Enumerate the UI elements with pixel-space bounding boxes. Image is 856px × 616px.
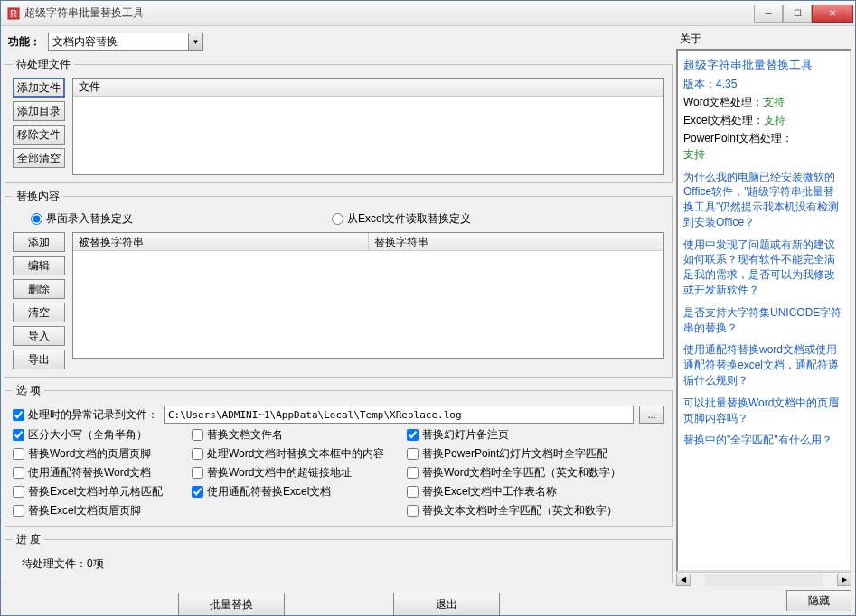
app-window: R 超级字符串批量替换工具 ─ ☐ ✕ 功能： 文档内容替换 ▼ 待处理文件 添…: [0, 0, 856, 616]
faq-link[interactable]: 使用通配符替换word文档或使用通配符替换excel文档，通配符遵循什么规则？: [683, 342, 844, 387]
faq-link[interactable]: 为什么我的电脑已经安装微软的Office软件，"超级字符串批量替换工具"仍然提示…: [683, 170, 844, 230]
clear-all-button[interactable]: 全部清空: [13, 148, 65, 168]
chk-ppt-notes[interactable]: 替换幻灯片备注页: [407, 427, 660, 443]
edit-rule-button[interactable]: 编辑: [13, 256, 65, 275]
files-listbox[interactable]: 文件: [72, 78, 664, 175]
function-label: 功能：: [8, 34, 41, 50]
app-icon: R: [6, 6, 21, 21]
add-dir-button[interactable]: 添加目录: [13, 101, 65, 121]
add-rule-button[interactable]: 添加: [13, 232, 65, 252]
import-rules-button[interactable]: 导入: [13, 326, 65, 346]
faq-link[interactable]: 替换中的"全字匹配"有什么用？: [683, 433, 844, 448]
progress-group: 进 度 待处理文件：0项: [5, 532, 673, 583]
chk-rename[interactable]: 替换文档文件名: [192, 427, 400, 443]
chk-excel-cell[interactable]: 替换Excel文档时单元格匹配: [13, 484, 184, 499]
log-path-input[interactable]: [164, 406, 634, 424]
chk-word-whole[interactable]: 替换Word文档时全字匹配（英文和数字）: [407, 465, 660, 481]
delete-rule-button[interactable]: 删除: [13, 279, 65, 299]
chk-excel-sheet[interactable]: 替换Excel文档中工作表名称: [407, 484, 660, 499]
replace-legend: 替换内容: [13, 189, 63, 204]
faq-link[interactable]: 可以批量替换Word文档中的页眉页脚内容吗？: [683, 396, 844, 426]
about-title: 超级字符串批量替换工具: [683, 56, 844, 74]
file-column-header[interactable]: 文件: [73, 79, 663, 96]
minimize-button[interactable]: ─: [754, 5, 783, 23]
scroll-right-icon[interactable]: ▶: [837, 574, 851, 586]
function-combobox[interactable]: 文档内容替换 ▼: [48, 33, 203, 51]
remove-file-button[interactable]: 移除文件: [13, 125, 65, 145]
chk-excel-hf[interactable]: 替换Excel文档页眉页脚: [13, 503, 184, 518]
export-rules-button[interactable]: 导出: [13, 350, 65, 369]
scroll-left-icon[interactable]: ◀: [676, 574, 691, 586]
chk-excel-wildcard[interactable]: 使用通配符替换Excel文档: [192, 484, 400, 499]
replace-group: 替换内容 界面录入替换定义 从Excel文件读取替换定义 添加 编辑 删除 清空…: [5, 189, 673, 378]
chevron-down-icon: ▼: [188, 33, 202, 50]
version-value: 4.35: [716, 78, 737, 90]
chk-word-hf[interactable]: 替换Word文档的页眉页脚: [13, 446, 184, 462]
radio-ui-input[interactable]: 界面录入替换定义: [31, 211, 133, 227]
files-legend: 待处理文件: [13, 57, 74, 72]
clear-rules-button[interactable]: 清空: [13, 303, 65, 322]
maximize-button[interactable]: ☐: [783, 5, 812, 23]
progress-text: 待处理文件：0项: [13, 553, 664, 575]
faq-link[interactable]: 使用中发现了问题或有新的建议如何联系？现有软件不能完全满足我的需求，是否可以为我…: [683, 238, 844, 298]
hide-button[interactable]: 隐藏: [786, 590, 851, 611]
chk-case[interactable]: 区分大小写（全角半角）: [13, 427, 184, 443]
close-button[interactable]: ✕: [812, 5, 853, 23]
add-file-button[interactable]: 添加文件: [13, 78, 65, 98]
horizontal-scrollbar[interactable]: ◀ ▶: [676, 572, 851, 586]
chk-ppt-whole[interactable]: 替换PowerPoint幻灯片文档时全字匹配: [407, 446, 660, 462]
browse-button[interactable]: ...: [639, 406, 664, 424]
find-column-header[interactable]: 被替换字符串: [73, 233, 369, 250]
titlebar: R 超级字符串批量替换工具 ─ ☐ ✕: [1, 1, 855, 26]
window-title: 超级字符串批量替换工具: [24, 5, 754, 21]
rules-listbox[interactable]: 被替换字符串 替换字符串: [72, 232, 664, 359]
batch-replace-button[interactable]: 批量替换: [178, 593, 285, 615]
replace-column-header[interactable]: 替换字符串: [369, 233, 664, 250]
exit-button[interactable]: 退出: [393, 593, 500, 615]
svg-text:R: R: [10, 9, 16, 19]
chk-word-hyperlink[interactable]: 替换Word文档中的超链接地址: [192, 465, 400, 481]
radio-excel-input[interactable]: 从Excel文件读取替换定义: [332, 211, 471, 227]
about-panel: 超级字符串批量替换工具 版本：4.35 Word文档处理：支持 Excel文档处…: [676, 49, 851, 572]
about-header: 关于: [676, 30, 851, 49]
log-checkbox[interactable]: 处理时的异常记录到文件：: [13, 407, 158, 423]
faq-link[interactable]: 是否支持大字符集UNICODE字符串的替换？: [683, 305, 844, 336]
chk-word-wildcard[interactable]: 使用通配符替换Word文档: [13, 465, 184, 481]
chk-word-textbox[interactable]: 处理Word文档时替换文本框中的内容: [192, 446, 400, 462]
options-group: 选 项 处理时的异常记录到文件： ... 区分大小写（全角半角） 替换文档文件名…: [5, 383, 673, 527]
files-group: 待处理文件 添加文件 添加目录 移除文件 全部清空 文件: [5, 57, 673, 183]
progress-legend: 进 度: [13, 532, 44, 547]
options-legend: 选 项: [13, 383, 44, 398]
chk-txt-whole[interactable]: 替换文本文档时全字匹配（英文和数字）: [407, 503, 660, 518]
function-toolbar: 功能： 文档内容替换 ▼: [5, 30, 673, 53]
